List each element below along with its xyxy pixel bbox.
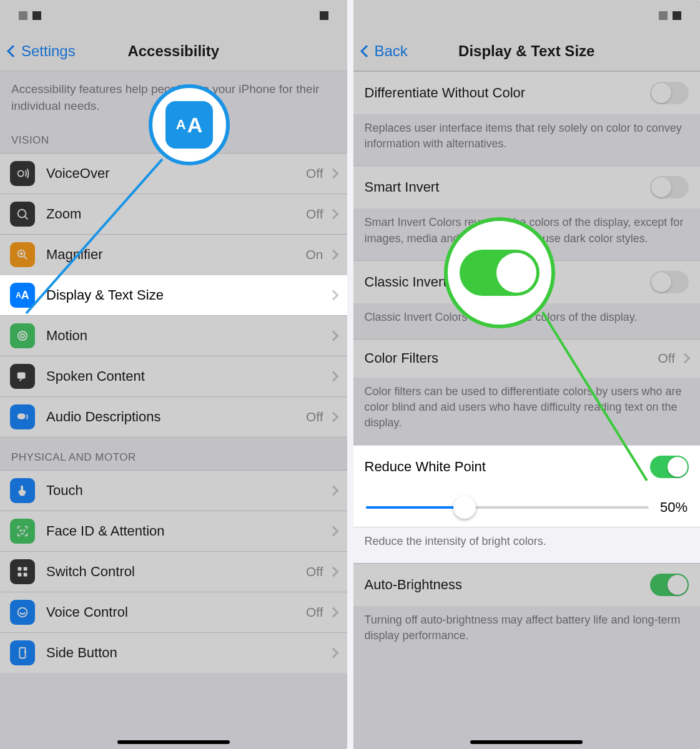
row-faceid[interactable]: Face ID & Attention bbox=[0, 511, 347, 551]
toggle-reduce-white-point[interactable] bbox=[650, 456, 689, 478]
chevron-right-icon bbox=[328, 331, 338, 341]
svg-point-12 bbox=[24, 530, 25, 531]
slider-white-point[interactable]: 50% bbox=[353, 488, 701, 527]
status-bar bbox=[353, 0, 701, 31]
row-differentiate-color[interactable]: Differentiate Without Color bbox=[353, 71, 701, 114]
chevron-right-icon bbox=[328, 526, 338, 537]
motion-icon bbox=[10, 323, 35, 348]
row-value: Off bbox=[306, 166, 323, 181]
left-screenshot: Settings Accessibility Accessibility fea… bbox=[0, 0, 347, 749]
chevron-right-icon bbox=[328, 567, 338, 577]
row-display-text-size[interactable]: AA Display & Text Size bbox=[0, 275, 347, 315]
toggle-smart-invert[interactable] bbox=[650, 176, 689, 198]
row-label: Differentiate Without Color bbox=[365, 85, 651, 101]
svg-rect-9 bbox=[17, 373, 26, 379]
row-motion[interactable]: Motion bbox=[0, 315, 347, 356]
note-color-filters: Color filters can be used to differentia… bbox=[353, 378, 701, 445]
row-smart-invert[interactable]: Smart Invert bbox=[353, 165, 701, 208]
row-label: Spoken Content bbox=[46, 368, 330, 384]
magnifier-icon bbox=[10, 242, 35, 267]
slider-track[interactable] bbox=[366, 506, 649, 509]
toggle-on-icon-large bbox=[460, 250, 540, 296]
chevron-right-icon bbox=[328, 290, 338, 301]
row-label: Side Button bbox=[46, 645, 330, 661]
chevron-left-icon bbox=[360, 45, 373, 57]
row-zoom[interactable]: Zoom Off bbox=[0, 193, 347, 234]
row-label: Magnifier bbox=[46, 247, 305, 263]
back-label: Back bbox=[375, 42, 408, 60]
spoken-content-icon bbox=[10, 364, 35, 389]
row-reduce-white-point[interactable]: Reduce White Point bbox=[353, 445, 701, 488]
row-color-filters[interactable]: Color Filters Off bbox=[353, 339, 701, 378]
note-differentiate: Replaces user interface items that rely … bbox=[353, 114, 701, 165]
svg-point-8 bbox=[21, 334, 24, 338]
section-header-physical: PHYSICAL AND MOTOR bbox=[0, 438, 347, 470]
svg-rect-13 bbox=[18, 567, 22, 571]
row-switch-control[interactable]: Switch Control Off bbox=[0, 551, 347, 592]
faceid-icon bbox=[10, 519, 35, 544]
svg-rect-15 bbox=[18, 573, 22, 577]
row-value: Off bbox=[306, 564, 323, 579]
svg-point-0 bbox=[18, 171, 24, 177]
row-auto-brightness[interactable]: Auto-Brightness bbox=[353, 563, 701, 606]
svg-rect-10 bbox=[17, 414, 26, 419]
slider-value: 50% bbox=[660, 499, 688, 516]
row-value: Off bbox=[306, 409, 323, 424]
chevron-right-icon bbox=[328, 486, 338, 496]
switch-control-icon bbox=[10, 559, 35, 584]
row-side-button[interactable]: Side Button bbox=[0, 632, 347, 673]
svg-line-2 bbox=[25, 217, 28, 220]
svg-point-11 bbox=[20, 530, 21, 531]
chevron-right-icon bbox=[328, 169, 338, 179]
back-button[interactable]: Back bbox=[362, 42, 408, 60]
row-value: Off bbox=[306, 605, 323, 620]
row-label: Voice Control bbox=[46, 604, 306, 620]
row-voice-control[interactable]: Voice Control Off bbox=[0, 592, 347, 632]
toggle-classic-invert[interactable] bbox=[650, 271, 689, 293]
toggle-differentiate-color[interactable] bbox=[650, 82, 689, 104]
row-label: Zoom bbox=[46, 206, 306, 222]
back-button[interactable]: Settings bbox=[9, 42, 76, 60]
row-magnifier[interactable]: Magnifier On bbox=[0, 234, 347, 275]
chevron-right-icon bbox=[328, 209, 338, 220]
chevron-right-icon bbox=[328, 648, 338, 658]
slider-thumb[interactable] bbox=[453, 496, 476, 519]
row-value: Off bbox=[306, 207, 323, 222]
row-label: Display & Text Size bbox=[46, 287, 330, 303]
nav-bar: Back Display & Text Size bbox=[353, 31, 701, 71]
row-label: Reduce White Point bbox=[365, 459, 651, 475]
svg-rect-14 bbox=[24, 567, 27, 571]
row-touch[interactable]: Touch bbox=[0, 470, 347, 511]
row-label: Auto-Brightness bbox=[365, 577, 651, 593]
row-value: Off bbox=[658, 351, 675, 366]
row-spoken-content[interactable]: Spoken Content bbox=[0, 356, 347, 396]
home-indicator bbox=[117, 740, 230, 744]
audio-descriptions-icon bbox=[10, 404, 35, 429]
chevron-right-icon bbox=[328, 371, 338, 382]
svg-point-17 bbox=[18, 608, 27, 617]
note-reduce-white-point: Reduce the intensity of bright colors. bbox=[353, 527, 701, 563]
chevron-right-icon bbox=[328, 607, 338, 618]
row-audio-descriptions[interactable]: Audio Descriptions Off bbox=[0, 396, 347, 438]
callout-text-size-icon: AA bbox=[149, 84, 230, 165]
svg-line-6 bbox=[24, 257, 27, 260]
chevron-right-icon bbox=[680, 353, 691, 364]
row-label: Switch Control bbox=[46, 564, 306, 580]
row-value: On bbox=[305, 247, 323, 262]
row-label: Color Filters bbox=[365, 350, 658, 366]
toggle-auto-brightness[interactable] bbox=[650, 574, 689, 596]
touch-icon bbox=[10, 478, 35, 503]
right-screenshot: Back Display & Text Size Differentiate W… bbox=[353, 0, 701, 749]
chevron-right-icon bbox=[328, 412, 338, 423]
text-size-icon: AA bbox=[10, 283, 35, 308]
chevron-left-icon bbox=[7, 45, 19, 57]
voice-control-icon bbox=[10, 600, 35, 625]
svg-rect-18 bbox=[19, 648, 25, 658]
row-label: VoiceOver bbox=[46, 165, 306, 182]
svg-point-1 bbox=[18, 210, 26, 218]
row-label: Face ID & Attention bbox=[46, 523, 330, 539]
row-label: Motion bbox=[46, 328, 330, 344]
zoom-icon bbox=[10, 202, 35, 227]
status-bar bbox=[0, 0, 347, 31]
callout-toggle-on bbox=[444, 217, 555, 328]
